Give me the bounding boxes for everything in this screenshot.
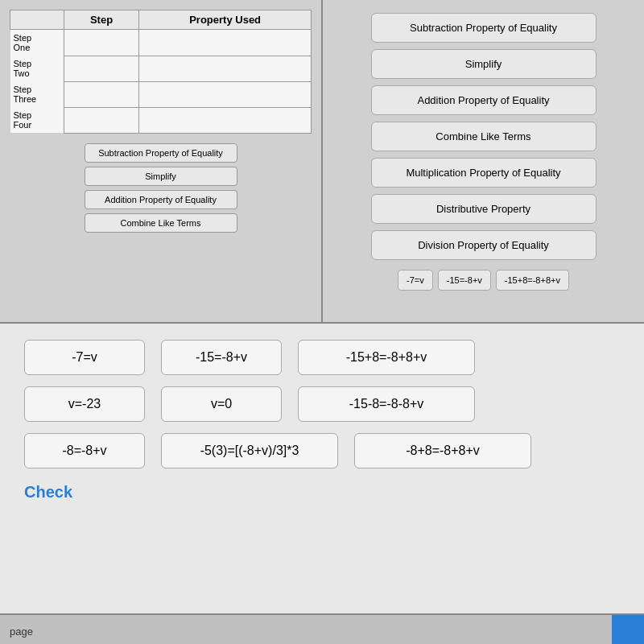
top-right-panel: Subtraction Property of Equality Simplif… [323,0,644,322]
step-one-input[interactable] [64,30,139,56]
tr-equation-chips: -7=v -15=-8+v -15+8=-8+8+v [398,270,569,291]
bottom-panel: -7=v -15=-8+v -15+8=-8+8+v v=-23 v=0 -15… [0,324,644,613]
col-header-property: Property Used [139,10,312,30]
tr-btn-division[interactable]: Division Property of Equality [371,230,597,260]
tl-btn-combine[interactable]: Combine Like Terms [85,213,237,233]
top-left-panel: Step Property Used StepOne StepTwo StepT… [0,0,321,322]
eq-card-r1c1[interactable]: -7=v [24,340,145,375]
page-bar: page [0,615,644,644]
table-row: StepTwo [10,56,312,81]
step-three-input[interactable] [64,81,139,107]
tr-btn-simplify[interactable]: Simplify [371,49,597,79]
eq-card-r3c2[interactable]: -5(3)=[(-8+v)/3]*3 [161,433,338,469]
eq-row-2: v=-23 v=0 -15-8=-8-8+v [24,386,620,422]
col-header-step [10,10,64,30]
tr-chip-3[interactable]: -15+8=-8+8+v [496,270,569,291]
tr-btn-combine[interactable]: Combine Like Terms [371,122,597,151]
col-header-step-label: Step [64,10,139,30]
step-two-property[interactable] [139,56,312,81]
eq-row-1: -7=v -15=-8+v -15+8=-8+8+v [24,340,620,375]
step-two-input[interactable] [64,56,139,81]
table-row: StepOne [10,30,312,56]
step-two-label: StepTwo [10,56,64,81]
eq-card-r2c2[interactable]: v=0 [161,386,282,422]
step-one-property[interactable] [139,30,312,56]
eq-card-r3c1[interactable]: -8=-8+v [24,433,145,469]
table-row: StepThree [10,81,312,107]
tr-chip-2[interactable]: -15=-8+v [438,270,491,291]
eq-card-r2c3[interactable]: -15-8=-8-8+v [298,386,475,422]
page-label: page [10,625,33,638]
next-page-button[interactable] [612,615,644,644]
tr-btn-addition[interactable]: Addition Property of Equality [371,85,597,115]
step-four-input[interactable] [64,107,139,133]
step-table: Step Property Used StepOne StepTwo StepT… [10,10,312,134]
step-three-property[interactable] [139,81,312,107]
check-label: Check [24,483,620,502]
tr-btn-subtraction[interactable]: Subtraction Property of Equality [371,13,597,43]
eq-card-r1c3[interactable]: -15+8=-8+8+v [298,340,475,375]
tl-btn-addition[interactable]: Addition Property of Equality [85,190,237,209]
eq-card-r2c1[interactable]: v=-23 [24,386,145,422]
step-four-property[interactable] [139,107,312,133]
tl-btn-subtraction[interactable]: Subtraction Property of Equality [85,143,237,163]
tr-btn-multiplication[interactable]: Multiplication Property of Equality [371,158,597,188]
eq-card-r1c2[interactable]: -15=-8+v [161,340,282,375]
tr-btn-distributive[interactable]: Distributive Property [371,194,597,224]
eq-row-3: -8=-8+v -5(3)=[(-8+v)/3]*3 -8+8=-8+8+v [24,433,620,469]
tr-chip-1[interactable]: -7=v [398,270,433,291]
tl-btn-simplify[interactable]: Simplify [85,167,237,186]
eq-card-r3c3[interactable]: -8+8=-8+8+v [354,433,531,469]
table-row: StepFour [10,107,312,133]
step-three-label: StepThree [10,81,64,107]
step-four-label: StepFour [10,107,64,133]
step-one-label: StepOne [10,30,64,56]
